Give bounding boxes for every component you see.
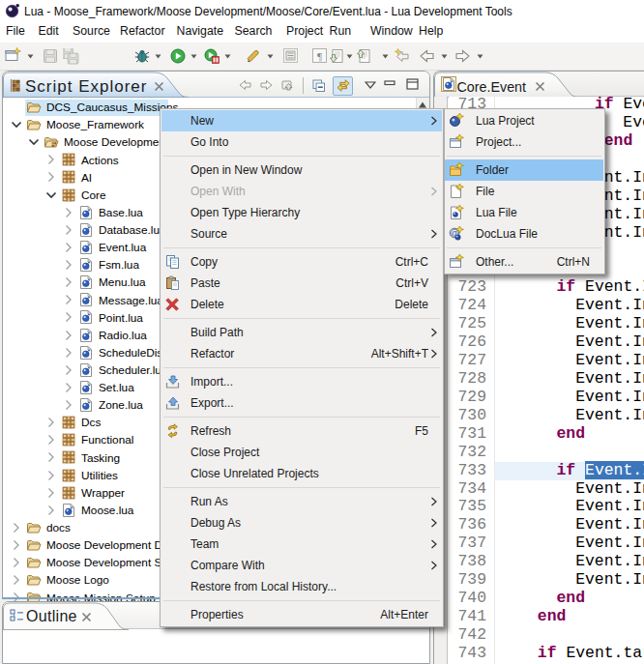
svg-text:¶: ¶ <box>317 50 322 62</box>
